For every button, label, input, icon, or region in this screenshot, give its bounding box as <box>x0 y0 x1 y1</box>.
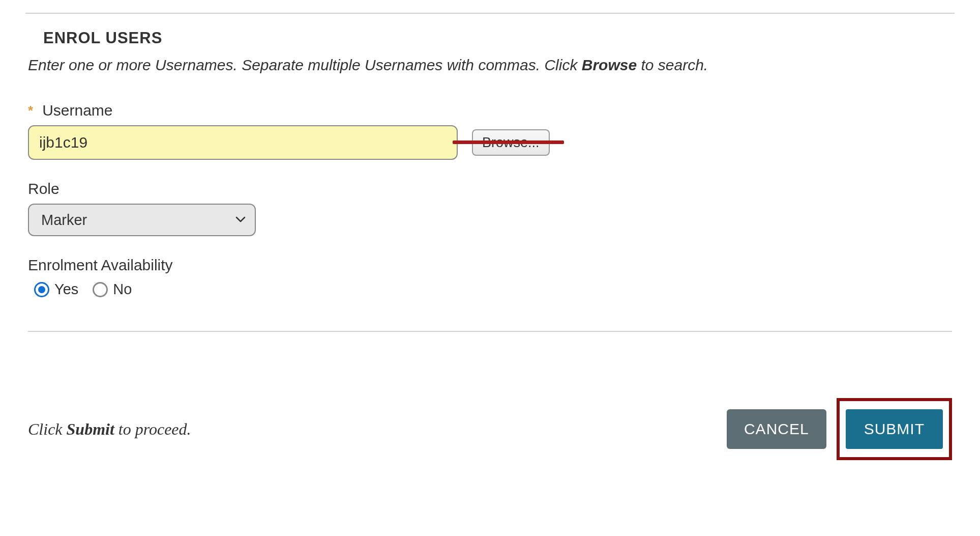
instructions-bold: Browse <box>582 57 637 73</box>
role-field-group: Role Marker <box>28 180 952 236</box>
footer-instruction-post: to proceed. <box>114 420 191 438</box>
instructions-text: Enter one or more Usernames. Separate mu… <box>28 57 952 74</box>
instructions-post: to search. <box>637 57 708 73</box>
submit-highlight-box: SUBMIT <box>837 398 952 460</box>
browse-button[interactable]: Browse... <box>472 129 550 156</box>
bottom-divider <box>28 331 952 332</box>
footer-instruction-pre: Click <box>28 420 67 438</box>
enrolment-label: Enrolment Availability <box>28 257 952 274</box>
radio-option-no[interactable]: No <box>93 281 132 298</box>
cancel-button[interactable]: CANCEL <box>727 409 826 449</box>
required-star-icon: * <box>28 104 33 117</box>
username-label: Username <box>42 102 112 119</box>
radio-yes-label: Yes <box>54 281 78 298</box>
radio-icon-selected <box>34 282 49 297</box>
submit-button[interactable]: SUBMIT <box>846 409 943 449</box>
radio-no-label: No <box>113 281 132 298</box>
footer-instruction: Click Submit to proceed. <box>28 420 191 439</box>
username-field-group: * Username Browse... <box>28 102 952 160</box>
instructions-pre: Enter one or more Usernames. Separate mu… <box>28 57 582 73</box>
radio-option-yes[interactable]: Yes <box>34 281 78 298</box>
enrolment-field-group: Enrolment Availability Yes No <box>28 257 952 298</box>
radio-icon-unselected <box>93 282 108 297</box>
role-select[interactable]: Marker <box>28 204 256 236</box>
footer-instruction-bold: Submit <box>67 420 114 438</box>
role-label: Role <box>28 180 952 198</box>
username-input[interactable] <box>28 125 458 160</box>
page-title: ENROL USERS <box>43 29 952 47</box>
